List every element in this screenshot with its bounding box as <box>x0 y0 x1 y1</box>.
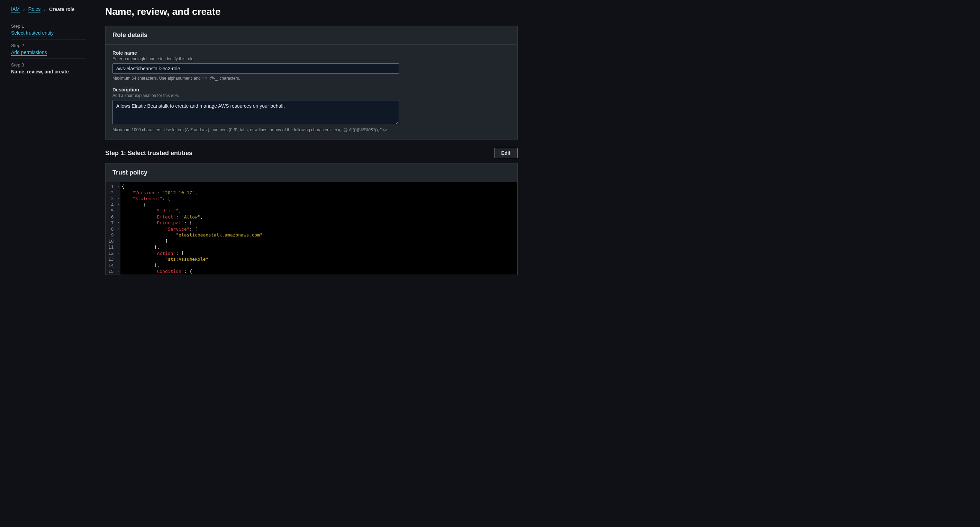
step-current: Name, review, and create <box>11 69 86 75</box>
code-body[interactable]: { "Version": "2012-10-17", "Statement": … <box>121 182 517 275</box>
trust-policy-heading: Trust policy <box>113 169 511 176</box>
code-editor[interactable]: 1 2 3 4 5 6 7 8 9101112131415 ▾▾▾▾▾▾▾ { … <box>105 182 517 275</box>
role-name-constraint: Maximum 64 characters. Use alphanumeric … <box>113 76 511 81</box>
breadcrumb-roles[interactable]: Roles <box>29 6 41 13</box>
trust-policy-panel: Trust policy 1 2 3 4 5 6 7 8 91011121314… <box>105 163 518 275</box>
description-label: Description <box>113 87 511 93</box>
chevron-right-icon: › <box>23 6 25 12</box>
breadcrumb-iam[interactable]: IAM <box>11 6 20 13</box>
wizard-step-3: Step 3 Name, review, and create <box>11 59 86 78</box>
description-constraint: Maximum 1000 characters. Use letters (A-… <box>113 128 511 132</box>
step1-section-title: Step 1: Select trusted entities <box>105 150 192 157</box>
step-label: Step 2 <box>11 43 86 48</box>
edit-button[interactable]: Edit <box>494 148 518 158</box>
role-name-label: Role name <box>113 50 511 56</box>
step-label: Step 1 <box>11 24 86 29</box>
role-name-input[interactable] <box>113 63 399 74</box>
step-label: Step 3 <box>11 62 86 67</box>
role-details-panel: Role details Role name Enter a meaningfu… <box>105 26 518 139</box>
role-details-heading: Role details <box>113 32 511 39</box>
breadcrumb: IAM › Roles › Create role <box>11 6 86 13</box>
description-textarea[interactable] <box>113 100 399 124</box>
chevron-right-icon: › <box>44 6 46 12</box>
wizard-step-2: Step 2 Add permissions <box>11 40 86 59</box>
role-name-hint: Enter a meaningful name to identify this… <box>113 56 511 61</box>
fold-column: ▾▾▾▾▾▾▾ <box>116 182 121 275</box>
breadcrumb-current: Create role <box>49 6 75 12</box>
wizard-step-1: Step 1 Select trusted entity <box>11 20 86 40</box>
step-link-trusted-entity[interactable]: Select trusted entity <box>11 30 54 36</box>
step-link-permissions[interactable]: Add permissions <box>11 50 47 56</box>
description-hint: Add a short explanation for this role. <box>113 93 511 98</box>
page-title: Name, review, and create <box>105 6 518 17</box>
line-gutter: 1 2 3 4 5 6 7 8 9101112131415 <box>105 182 116 275</box>
